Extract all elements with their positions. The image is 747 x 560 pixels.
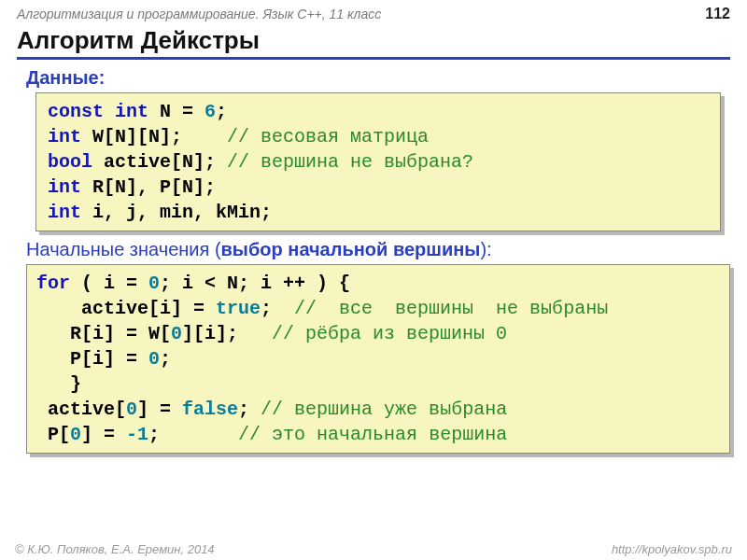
num-0: 0 xyxy=(148,273,160,294)
label-plain: Начальные значения ( xyxy=(26,239,221,259)
course-name: Алгоритмизация и программирование. Язык … xyxy=(17,7,381,21)
comment: // все вершины не выбраны xyxy=(294,298,608,319)
code-text: ][i]; xyxy=(182,323,272,344)
code-text: } xyxy=(36,373,81,395)
code-block-data: const int N = 6; int W[N][N]; // весовая… xyxy=(35,92,721,231)
slide-header: Алгоритмизация и программирование. Язык … xyxy=(0,0,747,24)
code-text: ; xyxy=(238,399,261,420)
section-init-label: Начальные значения (выбор начальной верш… xyxy=(26,239,747,260)
code-text: P[ xyxy=(36,424,70,445)
slide-title: Алгоритм Дейкстры xyxy=(17,26,730,60)
code-text: ] = xyxy=(81,424,126,445)
code-text: N = xyxy=(148,101,204,122)
code-text: i, j, min, kMin; xyxy=(81,202,272,223)
code-text: active[i] = xyxy=(36,298,216,319)
lit-false: false xyxy=(182,399,238,420)
code-text: ; xyxy=(261,298,294,319)
lit-true: true xyxy=(216,298,261,319)
kw-bool: bool xyxy=(48,151,92,173)
comment: // вершина не выбрана? xyxy=(227,151,473,173)
slide-footer: © К.Ю. Поляков, Е.А. Еремин, 2014 http:/… xyxy=(0,542,747,556)
kw-int: int xyxy=(48,126,81,147)
code-text: R[i] = W[ xyxy=(36,323,171,344)
footer-url: http://kpolyakov.spb.ru xyxy=(612,542,732,556)
kw-int: int xyxy=(48,176,81,198)
comment: // вершина уже выбрана xyxy=(261,399,507,420)
code-text: ( i = xyxy=(70,273,148,294)
num-0: 0 xyxy=(148,348,160,370)
code-text: ] = xyxy=(137,399,182,420)
code-text: W[N][N]; xyxy=(81,126,227,147)
comment: // это начальная вершина xyxy=(238,424,507,445)
label-bold: выбор начальной вершины xyxy=(221,239,481,259)
code-text: R[N], P[N]; xyxy=(81,176,216,198)
num-0: 0 xyxy=(171,323,182,344)
code-block-init: for ( i = 0; i < N; i ++ ) { active[i] =… xyxy=(26,264,730,454)
comment: // весовая матрица xyxy=(227,126,429,147)
num-neg1: -1 xyxy=(126,424,148,445)
code-text: active[N]; xyxy=(92,151,227,173)
kw-int: int xyxy=(115,101,148,122)
kw-int: int xyxy=(48,202,81,223)
code-text: active[ xyxy=(36,399,126,420)
code-text: ; xyxy=(148,424,238,445)
page-number: 112 xyxy=(705,6,730,22)
comment: // рёбра из вершины 0 xyxy=(272,323,507,344)
num-0: 0 xyxy=(70,424,81,445)
code-text: P[i] = xyxy=(36,348,148,370)
code-text: ; xyxy=(160,348,171,370)
code-text: ; i < N; i ++ ) { xyxy=(160,273,350,294)
kw-for: for xyxy=(36,273,70,294)
section-data-label: Данные: xyxy=(26,67,747,89)
num-6: 6 xyxy=(204,101,216,122)
semicolon: ; xyxy=(216,101,227,122)
num-0: 0 xyxy=(126,399,137,420)
kw-const: const xyxy=(48,101,104,122)
label-tail: ): xyxy=(480,239,491,259)
copyright: © К.Ю. Поляков, Е.А. Еремин, 2014 xyxy=(15,542,215,556)
